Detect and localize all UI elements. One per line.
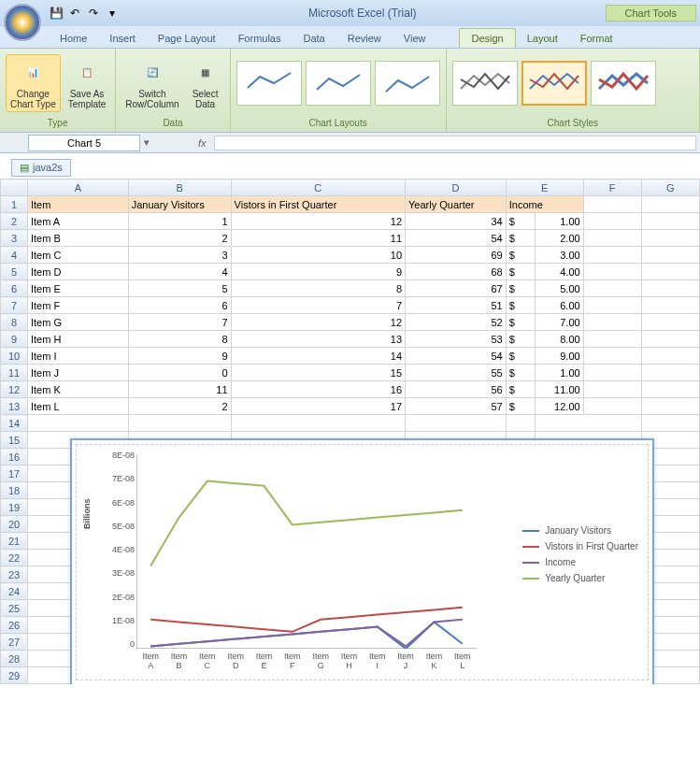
tab-view[interactable]: View <box>393 29 437 48</box>
cell[interactable]: 1.00 <box>535 365 583 381</box>
cell[interactable]: 12.00 <box>535 398 583 415</box>
save-icon[interactable]: 💾 <box>49 6 64 21</box>
cell[interactable] <box>28 415 129 432</box>
cell[interactable]: Item K <box>28 381 129 398</box>
cell[interactable]: $ <box>506 280 535 297</box>
cell[interactable] <box>506 415 535 432</box>
cell[interactable] <box>583 297 641 314</box>
row-header[interactable]: 17 <box>1 465 28 482</box>
cell[interactable]: 5 <box>128 280 231 297</box>
cell[interactable]: Item L <box>28 398 129 415</box>
cell[interactable]: 11.00 <box>535 381 583 398</box>
cell[interactable]: 9.00 <box>535 348 583 365</box>
cell[interactable]: 6 <box>128 297 231 314</box>
select-all-corner[interactable] <box>1 179 28 196</box>
cell[interactable]: 8 <box>231 280 405 297</box>
cell[interactable] <box>583 213 641 230</box>
cell[interactable] <box>406 415 507 432</box>
cell[interactable]: 4 <box>128 264 231 280</box>
row-header[interactable]: 28 <box>1 651 28 667</box>
cell[interactable] <box>128 415 231 432</box>
row-header[interactable]: 9 <box>1 331 28 348</box>
tab-format[interactable]: Format <box>569 29 624 48</box>
formula-input[interactable] <box>214 136 696 150</box>
cell[interactable] <box>641 415 699 432</box>
cell[interactable]: 7 <box>128 314 231 331</box>
cell[interactable]: Item <box>28 196 129 213</box>
chart-plot-area[interactable]: Billions 8E-087E-086E-085E-084E-083E-082… <box>76 444 649 680</box>
row-header[interactable]: 11 <box>1 365 28 381</box>
cell[interactable]: Item H <box>28 331 129 348</box>
cell[interactable]: 57 <box>406 398 507 415</box>
cell[interactable]: 53 <box>406 331 507 348</box>
cell[interactable]: 34 <box>406 213 507 230</box>
col-header-D[interactable]: D <box>406 179 507 196</box>
row-header[interactable]: 13 <box>1 398 28 415</box>
row-header[interactable]: 21 <box>1 533 28 550</box>
cell[interactable]: Vistors in First Quarter <box>231 196 405 213</box>
cell[interactable] <box>641 314 699 331</box>
row-header[interactable]: 5 <box>1 264 28 280</box>
cell[interactable]: 11 <box>128 381 231 398</box>
save-as-template-button[interactable]: 📋 Save As Template <box>64 55 110 111</box>
cell[interactable] <box>641 398 699 415</box>
cell[interactable]: 52 <box>406 314 507 331</box>
cell[interactable]: 7 <box>231 297 405 314</box>
cell[interactable]: 2 <box>128 398 231 415</box>
row-header[interactable]: 16 <box>1 449 28 465</box>
col-header-A[interactable]: A <box>28 179 129 196</box>
row-header[interactable]: 25 <box>1 600 28 617</box>
tab-insert[interactable]: Insert <box>98 29 147 48</box>
row-header[interactable]: 15 <box>1 432 28 449</box>
cell[interactable]: $ <box>506 348 535 365</box>
cell[interactable] <box>535 415 641 432</box>
cell[interactable]: Item I <box>28 348 129 365</box>
layout-option-2[interactable] <box>306 61 371 106</box>
cell[interactable]: January Visitors <box>128 196 231 213</box>
cell[interactable]: 8 <box>128 331 231 348</box>
layout-option-1[interactable] <box>236 61 302 106</box>
cell[interactable]: 54 <box>406 230 507 247</box>
cell[interactable] <box>583 365 641 381</box>
tab-home[interactable]: Home <box>49 29 98 48</box>
cell[interactable] <box>641 230 699 247</box>
row-header[interactable]: 6 <box>1 280 28 297</box>
tab-design[interactable]: Design <box>459 28 515 48</box>
cell[interactable]: 2 <box>128 230 231 247</box>
cell[interactable]: 51 <box>406 297 507 314</box>
cell[interactable]: Item C <box>28 247 129 264</box>
row-header[interactable]: 20 <box>1 516 28 533</box>
cell[interactable]: $ <box>506 297 535 314</box>
cell[interactable] <box>641 331 699 348</box>
name-box[interactable]: Chart 5 <box>28 135 140 151</box>
cell[interactable]: Yearly Quarter <box>406 196 507 213</box>
row-header[interactable]: 18 <box>1 482 28 499</box>
cell[interactable]: 4.00 <box>535 264 583 280</box>
cell[interactable]: 15 <box>231 365 405 381</box>
col-header-F[interactable]: F <box>583 179 641 196</box>
row-header[interactable]: 3 <box>1 230 28 247</box>
change-chart-type-button[interactable]: 📊 Change Chart Type <box>6 54 61 112</box>
cell[interactable]: Item J <box>28 365 129 381</box>
tab-formulas[interactable]: Formulas <box>227 29 293 48</box>
switch-row-column-button[interactable]: 🔄 Switch Row/Column <box>121 55 182 111</box>
cell[interactable]: 13 <box>231 331 405 348</box>
cell[interactable]: 67 <box>406 280 507 297</box>
cell[interactable] <box>641 348 699 365</box>
redo-icon[interactable]: ↷ <box>86 6 101 21</box>
row-header[interactable]: 29 <box>1 667 28 684</box>
select-data-button[interactable]: ▦ Select Data <box>187 55 224 111</box>
cell[interactable] <box>641 280 699 297</box>
col-header-G[interactable]: G <box>641 179 699 196</box>
tab-data[interactable]: Data <box>292 29 336 48</box>
col-header-C[interactable]: C <box>231 179 405 196</box>
row-header[interactable]: 26 <box>1 617 28 634</box>
row-header[interactable]: 4 <box>1 247 28 264</box>
cell[interactable]: $ <box>506 213 535 230</box>
cell[interactable]: Item E <box>28 280 129 297</box>
cell[interactable] <box>641 264 699 280</box>
cell[interactable] <box>583 348 641 365</box>
cell[interactable]: 12 <box>231 213 405 230</box>
cell[interactable]: 17 <box>231 398 405 415</box>
qat-dropdown-icon[interactable]: ▾ <box>105 6 120 21</box>
